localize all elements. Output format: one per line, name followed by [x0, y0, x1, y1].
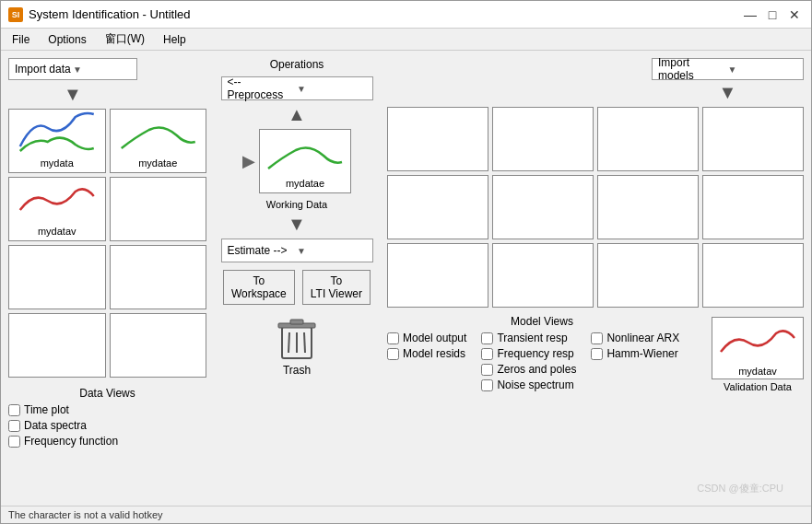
data-cell-mydatae[interactable]: mydatae — [110, 109, 207, 173]
app-icon: SI — [8, 7, 23, 22]
data-grid: mydata mydatae mydatav — [8, 109, 206, 378]
hamm-wiener-checkbox[interactable] — [591, 348, 603, 360]
to-workspace-button[interactable]: To Workspace — [223, 270, 295, 305]
import-models-dropdown[interactable]: Import models ▼ — [652, 58, 804, 80]
import-models-row: Import models ▼ ▼ — [387, 58, 804, 103]
working-data-row: ▶ mydatae — [242, 129, 351, 193]
to-lti-viewer-button[interactable]: To LTI Viewer — [302, 270, 371, 305]
model-cell-12[interactable] — [702, 243, 804, 308]
working-data-box[interactable]: mydatae — [259, 129, 351, 193]
trash-label: Trash — [283, 364, 311, 377]
menu-options[interactable]: Options — [44, 32, 89, 47]
model-views-checkboxes: Model output Model resids Transient — [387, 332, 697, 394]
model-cell-10[interactable] — [492, 243, 594, 308]
frequency-resp-checkbox[interactable] — [481, 348, 493, 360]
trash-area: Trash — [277, 316, 317, 377]
working-data-sublabel: Working Data — [266, 199, 327, 210]
mydatae-chart — [111, 110, 206, 157]
data-cell-empty1[interactable] — [110, 177, 207, 241]
minimize-button[interactable]: — — [741, 6, 759, 24]
estimate-arrow: ▼ — [297, 246, 367, 256]
nonlinear-arx-checkbox[interactable] — [591, 332, 603, 344]
menu-file[interactable]: File — [8, 32, 33, 47]
working-data-label: mydatae — [286, 178, 324, 189]
data-cell-mydatav-label: mydatav — [38, 226, 76, 237]
data-spectra-label: Data spectra — [24, 419, 87, 432]
noise-spectrum-checkbox[interactable] — [481, 379, 493, 391]
model-views-col1: Model output Model resids — [387, 332, 466, 394]
time-plot-checkbox[interactable] — [8, 404, 20, 416]
model-resids-checkbox[interactable] — [387, 348, 399, 360]
window-title: System Identification - Untitled — [29, 7, 191, 21]
down-arrow-import: ▼ — [64, 84, 82, 105]
import-models-arrow: ▼ — [728, 64, 798, 75]
working-data-chart — [264, 130, 347, 178]
validation-area: mydatav Validation Data — [712, 317, 804, 392]
data-cell-empty3[interactable] — [110, 245, 207, 309]
status-bar: The character is not a valid hotkey — [1, 506, 811, 523]
model-cell-3[interactable] — [597, 107, 699, 171]
menu-window[interactable]: 窗口(W) — [101, 30, 148, 48]
data-cell-mydata[interactable]: mydata — [8, 109, 106, 173]
validation-cell[interactable]: mydatav — [712, 317, 804, 379]
data-cell-empty2[interactable] — [8, 245, 106, 309]
model-cell-8[interactable] — [702, 175, 804, 239]
data-spectra-checkbox[interactable] — [8, 420, 20, 432]
window-controls: — □ ✕ — [741, 6, 804, 24]
validation-data-sublabel: Validation Data — [724, 381, 792, 392]
data-cell-mydatae-label: mydatae — [138, 157, 177, 169]
hamm-wiener-label: Hamm-Wiener — [606, 347, 677, 360]
model-cell-9[interactable] — [387, 243, 488, 308]
checkbox-data-spectra: Data spectra — [8, 419, 206, 432]
model-cell-2[interactable] — [492, 107, 594, 171]
up-arrow-preprocess: ▲ — [288, 104, 306, 125]
main-content: Import data ▼ ▼ mydata — [1, 51, 811, 506]
svg-line-3 — [288, 332, 289, 353]
data-cell-empty5[interactable] — [110, 313, 207, 378]
svg-line-5 — [304, 332, 305, 353]
model-cell-1[interactable] — [387, 107, 488, 171]
model-cell-6[interactable] — [492, 175, 594, 239]
noise-spectrum-label: Noise spectrum — [497, 378, 573, 391]
model-cell-4[interactable] — [702, 107, 804, 171]
down-arrow-models: ▼ — [719, 82, 737, 103]
frequency-function-checkbox[interactable] — [8, 436, 20, 448]
close-button[interactable]: ✕ — [785, 6, 804, 24]
model-grid — [387, 107, 804, 308]
zeros-poles-checkbox[interactable] — [481, 364, 493, 376]
data-cell-mydata-label: mydata — [41, 157, 74, 169]
menubar: File Options 窗口(W) Help — [1, 29, 811, 51]
data-cell-mydatav[interactable]: mydatav — [8, 177, 106, 241]
data-cell-empty4[interactable] — [8, 313, 106, 378]
model-views-section: Model Views Model output Model resids — [387, 315, 697, 394]
preprocess-dropdown[interactable]: <-- Preprocess ▼ — [221, 76, 373, 100]
svg-rect-2 — [290, 320, 303, 324]
model-views-title: Model Views — [387, 315, 697, 328]
validation-data-label: mydatav — [738, 366, 777, 377]
model-cell-5[interactable] — [387, 175, 488, 239]
estimate-dropdown[interactable]: Estimate --> ▼ — [221, 239, 373, 262]
trash-icon — [277, 316, 317, 362]
transient-resp-checkbox[interactable] — [481, 332, 493, 344]
title-bar: SI System Identification - Untitled — □ … — [1, 1, 811, 29]
checkbox-time-plot: Time plot — [8, 403, 206, 416]
model-output-checkbox[interactable] — [387, 332, 399, 344]
left-panel: Import data ▼ ▼ mydata — [8, 58, 206, 498]
middle-panel: Operations <-- Preprocess ▼ ▲ ▶ mydatae — [214, 58, 380, 498]
right-arrow-working: ▶ — [242, 151, 255, 171]
data-views-title: Data Views — [8, 387, 206, 400]
model-views-col2: Transient resp Frequency resp Zeros and … — [481, 332, 576, 394]
data-views: Data Views Time plot Data spectra Freque… — [8, 387, 206, 450]
menu-help[interactable]: Help — [159, 32, 190, 47]
maximize-button[interactable]: □ — [763, 6, 782, 24]
model-cell-7[interactable] — [597, 175, 699, 239]
right-panel: Import models ▼ ▼ — [387, 58, 804, 498]
import-data-dropdown[interactable]: Import data ▼ — [8, 58, 137, 80]
operations-title: Operations — [270, 58, 324, 71]
frequency-resp-label: Frequency resp — [497, 347, 573, 360]
validation-chart — [716, 320, 799, 366]
main-window: SI System Identification - Untitled — □ … — [0, 0, 812, 524]
model-cell-11[interactable] — [597, 243, 699, 308]
transient-resp-label: Transient resp — [497, 332, 567, 344]
model-output-label: Model output — [403, 332, 466, 344]
